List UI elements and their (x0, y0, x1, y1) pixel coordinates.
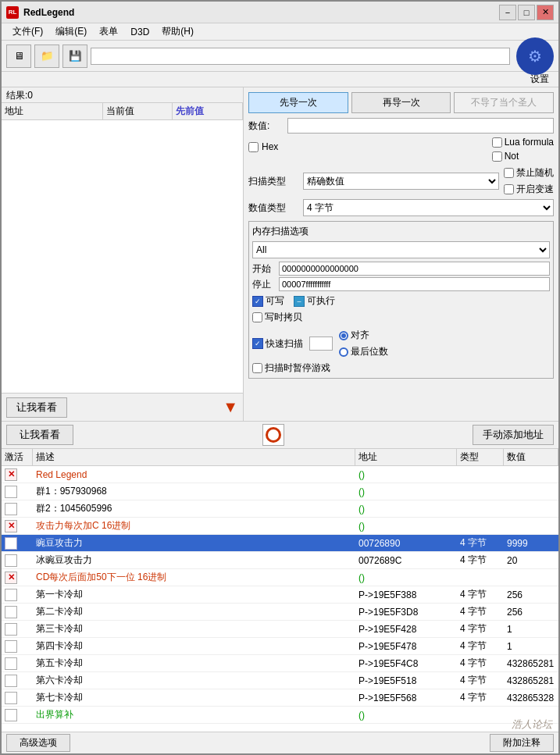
pause-scan-label: 扫描时暂停游戏 (265, 361, 330, 375)
table-row[interactable]: 第六卡冷却 P->19E5F518 4 字节 432865281 (2, 672, 558, 689)
table-row[interactable]: ✕ CD每次后面加50下一位 16进制 () (2, 569, 558, 586)
row-type-11: 4 字节 (457, 656, 504, 671)
table-row[interactable]: 豌豆攻击力 00726890 4 字节 9999 (2, 535, 558, 552)
executable-label: 可执行 (307, 294, 335, 308)
process-path-input[interactable]: 000021B8-popcapgame1.exe (91, 48, 510, 65)
row-type-9: 4 字节 (457, 621, 504, 636)
table-row[interactable]: ✕ Red Legend () (2, 466, 558, 483)
row-active-checkbox-9[interactable] (5, 623, 17, 636)
row-active-checkbox-11[interactable] (5, 657, 17, 670)
align-radio[interactable] (339, 331, 348, 340)
look-button[interactable]: 让我看看 (6, 397, 67, 418)
table-row[interactable]: 群1：957930968 () (2, 483, 558, 500)
not-saint-button[interactable]: 不导了当个圣人 (454, 92, 554, 113)
menu-file[interactable]: 文件(F) (6, 24, 49, 39)
table-row[interactable]: 第二卡冷却 P->19E5F3D8 4 字节 256 (2, 604, 558, 621)
row-active-checkbox-0[interactable]: ✕ (5, 468, 17, 481)
advanced-options-button[interactable]: 高级选项 (6, 734, 70, 752)
row-type-7: 4 字节 (457, 587, 504, 602)
menu-help[interactable]: 帮助(H) (155, 24, 200, 39)
hex-checkbox[interactable] (248, 142, 259, 152)
stop-scan-button[interactable] (262, 424, 284, 446)
row-type-12: 4 字节 (457, 673, 504, 688)
toolbar-open-button[interactable]: 📁 (34, 45, 59, 68)
writable-checkbox[interactable]: ✓ (252, 296, 263, 307)
row-type-4: 4 字节 (457, 536, 504, 550)
row-desc-6: CD每次后面加50下一位 16进制 (33, 570, 355, 585)
save-icon: 💾 (69, 50, 82, 62)
table-row[interactable]: 群2：1045605996 () (2, 500, 558, 518)
add-address-button[interactable]: 手动添加地址 (473, 425, 554, 445)
fast-scan-checkbox[interactable]: ✓ (252, 338, 263, 349)
settings-icon-circle[interactable]: ⚙ (516, 37, 554, 75)
not-checkbox[interactable] (492, 151, 502, 162)
row-val-14 (504, 714, 558, 716)
table-row[interactable]: 第三卡冷却 P->19E5F428 4 字节 1 (2, 621, 558, 638)
copy-on-write-checkbox[interactable] (252, 312, 262, 322)
align-label: 对齐 (351, 329, 369, 342)
enable-variable-checkbox[interactable] (504, 184, 514, 194)
disable-random-checkbox[interactable] (504, 168, 514, 178)
toolbar-monitor-button[interactable]: 🖥 (6, 45, 31, 68)
fast-scan-value-input[interactable]: 4 (309, 337, 333, 351)
lua-formula-checkbox[interactable] (492, 137, 502, 148)
scan-type-select[interactable]: 精确数值 (303, 173, 499, 190)
menu-table[interactable]: 表单 (93, 24, 124, 39)
table-row[interactable]: ✕ 攻击力每次加C 16进制 () (2, 518, 558, 535)
not-label: Not (505, 151, 519, 162)
row-active-checkbox-5[interactable] (5, 554, 17, 567)
row-addr-12: P->19E5F518 (355, 675, 457, 687)
stop-label: 停止 (252, 278, 276, 291)
ct-header-description: 描述 (33, 449, 355, 465)
row-type-0 (457, 474, 504, 475)
start-address-input[interactable] (279, 262, 550, 276)
header-current: 当前值 (103, 103, 173, 119)
toolbar-save-button[interactable]: 💾 (62, 45, 87, 68)
value-type-select[interactable]: 4 字节 (303, 199, 554, 216)
menu-edit[interactable]: 编辑(E) (49, 24, 93, 39)
row-active-checkbox-7[interactable] (5, 589, 17, 601)
gear-icon: ⚙ (528, 47, 542, 66)
fast-scan-label: 快速扫描 (266, 337, 303, 351)
look-button-2[interactable]: 让我看看 (6, 425, 73, 445)
menu-d3d[interactable]: D3D (124, 26, 155, 38)
table-row[interactable]: 冰豌豆攻击力 0072689C 4 字节 20 (2, 552, 558, 569)
executable-checkbox[interactable]: – (294, 296, 305, 307)
table-row[interactable]: 第七卡冷却 P->19E5F568 4 字节 432865328 (2, 689, 558, 707)
row-active-checkbox-2[interactable] (5, 503, 17, 515)
memory-all-select[interactable]: All (252, 241, 550, 258)
ct-header-address: 地址 (355, 449, 457, 465)
row-active-checkbox-12[interactable] (5, 675, 17, 687)
last-digit-radio[interactable] (339, 347, 348, 357)
ct-header-active: 激活 (2, 449, 33, 465)
row-addr-5: 0072689C (355, 554, 457, 567)
table-row[interactable]: 第五卡冷却 P->19E5F4C8 4 字节 432865281 (2, 655, 558, 672)
row-active-checkbox-6[interactable]: ✕ (5, 572, 17, 584)
disable-random-label: 禁止随机 (516, 166, 554, 180)
row-val-7: 256 (504, 589, 558, 601)
table-row[interactable]: 第一卡冷却 P->19E5F388 4 字节 256 (2, 586, 558, 604)
row-active-checkbox-3[interactable]: ✕ (5, 520, 17, 532)
row-active-checkbox-10[interactable] (5, 640, 17, 653)
add-note-button[interactable]: 附加注释 (490, 734, 554, 752)
row-active-checkbox-1[interactable] (5, 486, 17, 498)
row-desc-2: 群2：1045605996 (33, 501, 355, 516)
first-scan-button[interactable]: 先导一次 (248, 92, 348, 113)
maximize-button[interactable]: □ (518, 5, 535, 20)
row-active-checkbox-4[interactable] (5, 537, 17, 550)
row-active-checkbox-14[interactable] (5, 709, 17, 721)
row-active-checkbox-8[interactable] (5, 606, 17, 618)
row-addr-7: P->19E5F388 (355, 589, 457, 601)
pause-scan-checkbox[interactable] (252, 363, 262, 373)
minimize-button[interactable]: − (499, 5, 516, 20)
row-val-4: 9999 (504, 537, 558, 550)
table-row[interactable]: 出界算补 () (2, 707, 558, 724)
value-input[interactable] (287, 118, 554, 134)
row-desc-13: 第七卡冷却 (33, 690, 355, 705)
again-scan-button[interactable]: 再导一次 (351, 92, 451, 113)
stop-address-input[interactable] (279, 277, 550, 291)
table-row[interactable]: 第四卡冷却 P->19E5F478 4 字节 1 (2, 638, 558, 655)
memory-scan-label: 内存扫描选项 (252, 225, 550, 238)
close-button[interactable]: ✕ (537, 5, 554, 20)
row-active-checkbox-13[interactable] (5, 692, 17, 704)
